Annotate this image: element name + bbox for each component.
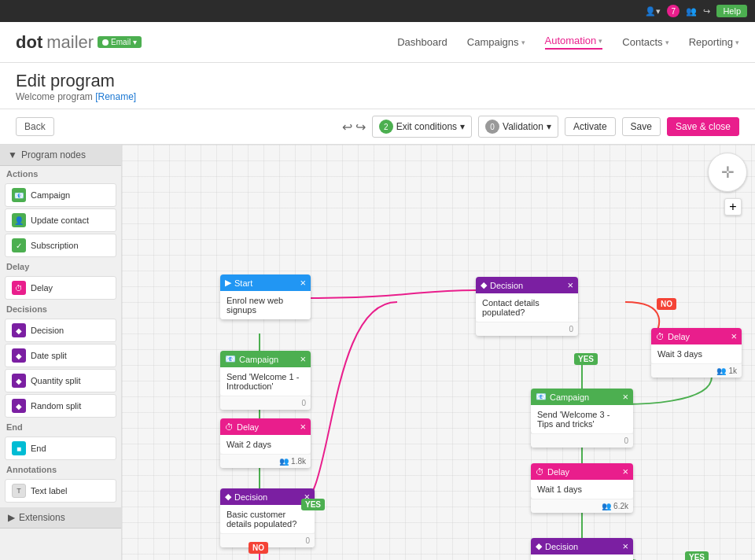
delay1-node[interactable]: ⏱ Delay × Wait 2 days 👥1.8k: [220, 418, 311, 468]
nav-dashboard[interactable]: Dashboard: [397, 36, 447, 48]
campaign1-close-button[interactable]: ×: [300, 354, 306, 364]
campaign1-icon: 📧: [225, 354, 236, 364]
page-subtitle: Welcome program [Rename]: [16, 91, 739, 109]
exit-count-badge: 2: [379, 120, 393, 134]
help-button[interactable]: Help: [716, 5, 747, 17]
actions-category: Actions: [0, 166, 121, 182]
end-category: End: [0, 419, 121, 435]
extensions-header[interactable]: ▶ Extensions: [0, 507, 121, 529]
update-contact-icon: 👤: [12, 213, 26, 227]
campaign1-node-body: Send 'Welcome 1 - Introduction': [220, 367, 311, 396]
nav-campaigns[interactable]: Campaigns ▾: [467, 36, 525, 48]
decision3-close-button[interactable]: ×: [622, 541, 628, 551]
validation-button[interactable]: 0 Validation ▾: [478, 116, 558, 138]
sidebar-quantity-split-node[interactable]: ◆ Quantity split: [5, 369, 116, 392]
delay2-node[interactable]: ⏱ Delay × Wait 3 days 👥1k: [651, 328, 742, 378]
email-channel-badge[interactable]: Email ▾: [98, 36, 142, 48]
sidebar-update-contact-node[interactable]: 👤 Update contact: [5, 208, 116, 232]
sidebar-delay-node[interactable]: ⏱ Delay: [5, 276, 116, 300]
delay4-node[interactable]: ⏱ Delay × Wait 1 days 👥6.2k: [531, 463, 633, 513]
save-button[interactable]: Save: [622, 117, 661, 136]
decision2-icon: ◆: [481, 280, 487, 290]
canvas-zoom-button[interactable]: +: [724, 198, 742, 216]
delay1-node-header: ⏱ Delay ×: [220, 418, 311, 435]
decision2-node[interactable]: ◆ Decision × Contact details populated? …: [476, 277, 578, 336]
decision2-no-label: NO: [657, 298, 676, 310]
sidebar: ▼ Program nodes Actions 📧 Campaign 👤 Upd…: [0, 145, 122, 560]
validation-count-badge: 0: [485, 120, 499, 134]
decision-icon: ◆: [12, 323, 26, 337]
campaign3-close-button[interactable]: ×: [622, 392, 628, 402]
campaign1-node-footer: 0: [220, 396, 311, 410]
decision1-node-header: ◆ Decision ×: [220, 488, 315, 505]
decision3-node-body: Interested in advanced features?: [531, 554, 633, 560]
page-title: Edit program: [16, 71, 739, 91]
contacts-icon[interactable]: 👥: [686, 6, 697, 17]
delay1-count: 👥1.8k: [279, 457, 306, 466]
campaign3-node[interactable]: 📧 Campaign × Send 'Welcome 3 - Tips and …: [531, 389, 633, 448]
main-layout: ▼ Program nodes Actions 📧 Campaign 👤 Upd…: [0, 145, 755, 560]
decision2-node-footer: 0: [476, 322, 578, 336]
decision3-node[interactable]: ◆ Decision × Interested in advanced feat…: [531, 538, 633, 560]
program-nodes-header[interactable]: ▼ Program nodes: [0, 145, 121, 166]
start-node[interactable]: ▶ Start × Enrol new web signups: [220, 274, 311, 319]
delay4-node-header: ⏱ Delay ×: [531, 463, 633, 480]
campaign-icon: 📧: [12, 188, 26, 202]
quantity-split-icon: ◆: [12, 374, 26, 388]
subscription-icon: ✓: [12, 238, 26, 252]
decision2-node-header: ◆ Decision ×: [476, 277, 578, 293]
exit-conditions-button[interactable]: 2 Exit conditions ▾: [372, 116, 472, 138]
campaign3-node-footer: 0: [531, 433, 633, 448]
delay4-count: 👥6.2k: [602, 502, 628, 510]
decision3-node-header: ◆ Decision ×: [531, 538, 633, 554]
rename-link[interactable]: [Rename]: [95, 91, 136, 102]
save-close-button[interactable]: Save & close: [667, 117, 739, 136]
sidebar-random-split-node[interactable]: ◆ Random split: [5, 394, 116, 418]
redo-button[interactable]: ↪: [355, 120, 366, 134]
canvas-nav-control[interactable]: ✛: [708, 153, 747, 192]
random-split-icon: ◆: [12, 399, 26, 413]
sidebar-end-node[interactable]: ■ End: [5, 437, 116, 460]
campaign1-node[interactable]: 📧 Campaign × Send 'Welcome 1 - Introduct…: [220, 351, 311, 410]
decision1-icon: ◆: [225, 492, 231, 502]
signout-icon[interactable]: ↪: [703, 6, 710, 17]
main-nav: dotmailer Email ▾ Dashboard Campaigns ▾ …: [0, 22, 755, 63]
nav-contacts[interactable]: Contacts ▾: [622, 36, 668, 48]
page-header: Edit program Welcome program [Rename]: [0, 63, 755, 109]
user-icon[interactable]: 👤▾: [645, 6, 661, 17]
campaign3-node-header: 📧 Campaign ×: [531, 389, 633, 405]
delay4-close-button[interactable]: ×: [622, 466, 628, 477]
date-split-icon: ◆: [12, 348, 26, 363]
activate-button[interactable]: Activate: [565, 117, 616, 136]
decision3-yes-label: YES: [685, 551, 709, 560]
decision1-yes-label: YES: [301, 499, 325, 510]
nav-reporting[interactable]: Reporting ▾: [689, 36, 739, 48]
delay2-count: 👥1k: [716, 367, 737, 375]
undo-button[interactable]: ↩: [342, 120, 352, 134]
back-button[interactable]: Back: [16, 117, 54, 136]
notification-badge[interactable]: 7: [667, 5, 680, 17]
delay-icon: ⏱: [12, 281, 26, 295]
delay1-close-button[interactable]: ×: [300, 422, 306, 432]
start-close-button[interactable]: ×: [300, 278, 306, 288]
nav-automation[interactable]: Automation ▾: [545, 35, 603, 50]
sidebar-date-split-node[interactable]: ◆ Date split: [5, 344, 116, 367]
delay2-close-button[interactable]: ×: [731, 331, 737, 341]
delay4-node-footer: 👥6.2k: [531, 499, 633, 513]
delay-category: Delay: [0, 259, 121, 274]
decision1-node[interactable]: ◆ Decision × Basic customer details popu…: [220, 488, 315, 547]
campaign1-node-header: 📧 Campaign ×: [220, 351, 311, 367]
sidebar-subscription-node[interactable]: ✓ Subscription: [5, 234, 116, 257]
campaign3-icon: 📧: [536, 392, 547, 402]
start-play-icon: ▶: [225, 278, 231, 288]
canvas[interactable]: ▶ Start × Enrol new web signups 📧 Campai…: [122, 145, 755, 560]
text-label-icon: T: [12, 484, 26, 498]
main-nav-links: Dashboard Campaigns ▾ Automation ▾ Conta…: [397, 35, 739, 50]
sidebar-campaign-node[interactable]: 📧 Campaign: [5, 183, 116, 207]
logo: dotmailer Email ▾: [16, 32, 142, 53]
sidebar-text-label-node[interactable]: T Text label: [5, 479, 116, 503]
decision2-close-button[interactable]: ×: [567, 280, 573, 290]
delay2-icon: ⏱: [656, 332, 665, 341]
toolbar: Back ↩ ↪ 2 Exit conditions ▾ 0 Validatio…: [0, 109, 755, 145]
sidebar-decision-node[interactable]: ◆ Decision: [5, 319, 116, 342]
